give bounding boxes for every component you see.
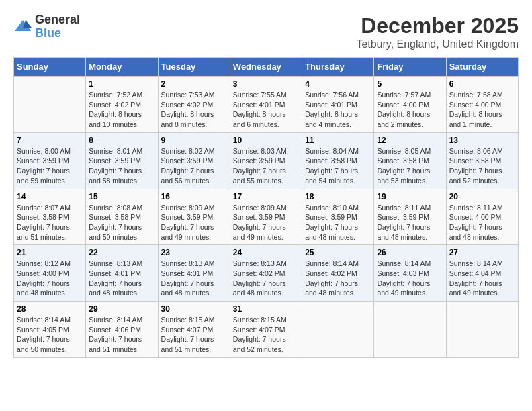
day-number: 4 — [305, 79, 371, 89]
day-info: Sunrise: 8:15 AMSunset: 4:07 PMDaylight:… — [161, 316, 215, 353]
calendar-cell: 18Sunrise: 8:10 AMSunset: 3:59 PMDayligh… — [302, 189, 374, 245]
day-info: Sunrise: 8:01 AMSunset: 3:59 PMDaylight:… — [89, 147, 142, 185]
day-number: 3 — [233, 79, 299, 89]
calendar-cell: 20Sunrise: 8:11 AMSunset: 4:00 PMDayligh… — [446, 189, 518, 245]
calendar-cell: 27Sunrise: 8:14 AMSunset: 4:04 PMDayligh… — [446, 245, 518, 302]
day-info: Sunrise: 8:05 AMSunset: 3:58 PMDaylight:… — [377, 147, 431, 185]
day-info: Sunrise: 8:13 AMSunset: 4:01 PMDaylight:… — [161, 259, 215, 297]
day-number: 28 — [17, 304, 83, 314]
day-number: 21 — [17, 248, 83, 257]
day-number: 29 — [89, 304, 154, 314]
svg-marker-1 — [23, 20, 32, 28]
day-info: Sunrise: 8:11 AMSunset: 4:00 PMDaylight:… — [449, 203, 503, 241]
day-number: 25 — [305, 248, 371, 257]
calendar-cell: 6Sunrise: 7:58 AMSunset: 4:00 PMDaylight… — [446, 77, 518, 133]
calendar-cell: 19Sunrise: 8:11 AMSunset: 3:59 PMDayligh… — [374, 189, 446, 245]
day-info: Sunrise: 7:53 AMSunset: 4:02 PMDaylight:… — [161, 91, 215, 128]
day-number: 22 — [89, 248, 154, 257]
day-number: 7 — [17, 136, 83, 145]
day-number: 10 — [233, 136, 299, 145]
header-friday: Friday — [374, 58, 446, 77]
day-number: 18 — [305, 192, 371, 201]
day-number: 9 — [161, 136, 227, 145]
calendar-cell: 17Sunrise: 8:09 AMSunset: 3:59 PMDayligh… — [230, 189, 302, 245]
day-info: Sunrise: 8:07 AMSunset: 3:58 PMDaylight:… — [17, 203, 71, 241]
calendar-cell: 15Sunrise: 8:08 AMSunset: 3:58 PMDayligh… — [86, 189, 158, 245]
calendar-cell: 7Sunrise: 8:00 AMSunset: 3:59 PMDaylight… — [14, 132, 86, 189]
calendar-cell: 23Sunrise: 8:13 AMSunset: 4:01 PMDayligh… — [158, 245, 230, 302]
calendar-cell: 24Sunrise: 8:13 AMSunset: 4:02 PMDayligh… — [230, 245, 302, 302]
day-number: 24 — [233, 248, 299, 257]
logo-general: General — [35, 13, 80, 27]
calendar-cell: 3Sunrise: 7:55 AMSunset: 4:01 PMDaylight… — [230, 77, 302, 133]
calendar-cell: 28Sunrise: 8:14 AMSunset: 4:05 PMDayligh… — [14, 302, 86, 358]
day-info: Sunrise: 8:14 AMSunset: 4:03 PMDaylight:… — [377, 259, 431, 297]
calendar-header-row: SundayMondayTuesdayWednesdayThursdayFrid… — [14, 58, 519, 77]
day-info: Sunrise: 7:52 AMSunset: 4:02 PMDaylight:… — [89, 91, 142, 128]
day-info: Sunrise: 7:57 AMSunset: 4:00 PMDaylight:… — [377, 91, 431, 128]
calendar-cell: 4Sunrise: 7:56 AMSunset: 4:01 PMDaylight… — [302, 77, 374, 133]
day-info: Sunrise: 8:14 AMSunset: 4:06 PMDaylight:… — [89, 316, 142, 353]
day-number: 19 — [377, 192, 443, 201]
main-title: December 2025 — [356, 13, 519, 38]
day-info: Sunrise: 8:14 AMSunset: 4:02 PMDaylight:… — [305, 259, 359, 297]
day-number: 12 — [377, 136, 443, 145]
calendar-cell: 11Sunrise: 8:04 AMSunset: 3:58 PMDayligh… — [302, 132, 374, 189]
day-info: Sunrise: 8:11 AMSunset: 3:59 PMDaylight:… — [377, 203, 431, 241]
day-number: 23 — [161, 248, 227, 257]
calendar-cell: 1Sunrise: 7:52 AMSunset: 4:02 PMDaylight… — [86, 77, 158, 133]
calendar-cell: 16Sunrise: 8:09 AMSunset: 3:59 PMDayligh… — [158, 189, 230, 245]
week-row-5: 28Sunrise: 8:14 AMSunset: 4:05 PMDayligh… — [14, 302, 519, 358]
logo: General Blue — [13, 13, 80, 40]
day-info: Sunrise: 8:09 AMSunset: 3:59 PMDaylight:… — [233, 203, 287, 241]
calendar-cell — [446, 302, 518, 358]
calendar-cell: 30Sunrise: 8:15 AMSunset: 4:07 PMDayligh… — [158, 302, 230, 358]
logo-blue: Blue — [35, 26, 61, 40]
week-row-1: 1Sunrise: 7:52 AMSunset: 4:02 PMDaylight… — [14, 77, 519, 133]
day-number: 15 — [89, 192, 154, 201]
day-number: 13 — [449, 136, 515, 145]
header-tuesday: Tuesday — [158, 58, 230, 77]
calendar-cell: 31Sunrise: 8:15 AMSunset: 4:07 PMDayligh… — [230, 302, 302, 358]
header-saturday: Saturday — [446, 58, 518, 77]
calendar-cell: 14Sunrise: 8:07 AMSunset: 3:58 PMDayligh… — [14, 189, 86, 245]
day-info: Sunrise: 7:55 AMSunset: 4:01 PMDaylight:… — [233, 91, 287, 128]
title-area: December 2025 Tetbury, England, United K… — [356, 13, 519, 50]
calendar-table: SundayMondayTuesdayWednesdayThursdayFrid… — [13, 57, 519, 358]
day-info: Sunrise: 8:13 AMSunset: 4:01 PMDaylight:… — [89, 259, 142, 297]
day-number: 17 — [233, 192, 299, 201]
week-row-4: 21Sunrise: 8:12 AMSunset: 4:00 PMDayligh… — [14, 245, 519, 302]
header-thursday: Thursday — [302, 58, 374, 77]
day-number: 30 — [161, 304, 227, 314]
calendar-cell — [14, 77, 86, 133]
logo-icon — [13, 17, 32, 36]
day-info: Sunrise: 8:14 AMSunset: 4:05 PMDaylight:… — [17, 316, 71, 353]
day-info: Sunrise: 8:00 AMSunset: 3:59 PMDaylight:… — [17, 147, 71, 185]
subtitle: Tetbury, England, United Kingdom — [356, 38, 519, 50]
calendar-cell: 5Sunrise: 7:57 AMSunset: 4:00 PMDaylight… — [374, 77, 446, 133]
calendar-cell: 9Sunrise: 8:02 AMSunset: 3:59 PMDaylight… — [158, 132, 230, 189]
day-info: Sunrise: 8:04 AMSunset: 3:58 PMDaylight:… — [305, 147, 359, 185]
day-info: Sunrise: 8:02 AMSunset: 3:59 PMDaylight:… — [161, 147, 215, 185]
day-number: 26 — [377, 248, 443, 257]
calendar-cell: 21Sunrise: 8:12 AMSunset: 4:00 PMDayligh… — [14, 245, 86, 302]
calendar-cell: 2Sunrise: 7:53 AMSunset: 4:02 PMDaylight… — [158, 77, 230, 133]
calendar-cell: 13Sunrise: 8:06 AMSunset: 3:58 PMDayligh… — [446, 132, 518, 189]
day-info: Sunrise: 8:03 AMSunset: 3:59 PMDaylight:… — [233, 147, 287, 185]
day-info: Sunrise: 8:09 AMSunset: 3:59 PMDaylight:… — [161, 203, 215, 241]
calendar-cell — [374, 302, 446, 358]
calendar-cell: 8Sunrise: 8:01 AMSunset: 3:59 PMDaylight… — [86, 132, 158, 189]
calendar-cell: 25Sunrise: 8:14 AMSunset: 4:02 PMDayligh… — [302, 245, 374, 302]
week-row-2: 7Sunrise: 8:00 AMSunset: 3:59 PMDaylight… — [14, 132, 519, 189]
day-number: 8 — [89, 136, 154, 145]
day-number: 11 — [305, 136, 371, 145]
calendar-cell: 26Sunrise: 8:14 AMSunset: 4:03 PMDayligh… — [374, 245, 446, 302]
calendar-cell — [302, 302, 374, 358]
day-number: 31 — [233, 304, 299, 314]
calendar-cell: 10Sunrise: 8:03 AMSunset: 3:59 PMDayligh… — [230, 132, 302, 189]
day-info: Sunrise: 8:08 AMSunset: 3:58 PMDaylight:… — [89, 203, 142, 241]
day-number: 2 — [161, 79, 227, 89]
day-info: Sunrise: 8:10 AMSunset: 3:59 PMDaylight:… — [305, 203, 359, 241]
day-info: Sunrise: 7:56 AMSunset: 4:01 PMDaylight:… — [305, 91, 359, 128]
calendar-cell: 22Sunrise: 8:13 AMSunset: 4:01 PMDayligh… — [86, 245, 158, 302]
